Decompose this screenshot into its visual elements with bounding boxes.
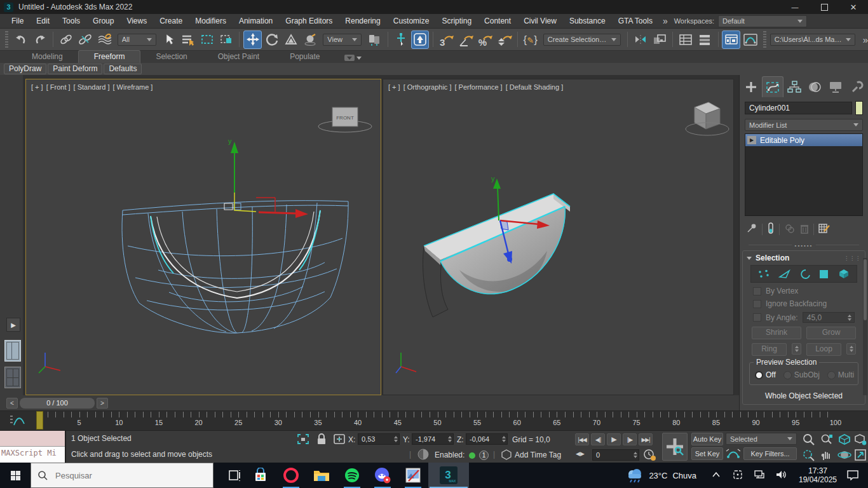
toggle-scene-explorer-button[interactable] (677, 30, 695, 49)
add-time-tag-button[interactable]: Add Time Tag (515, 451, 561, 459)
scrollbar-thumb[interactable] (864, 259, 867, 320)
viewport-front[interactable]: [ + ] [ Front ] [ Standard ] [ Wireframe… (25, 79, 381, 395)
element-mode-button[interactable] (837, 269, 850, 279)
loop-spinner[interactable] (846, 343, 856, 355)
action-center-button[interactable] (846, 469, 859, 482)
select-by-name-button[interactable] (179, 30, 197, 49)
key-default-in-out-dropdown[interactable]: Selected (726, 433, 797, 445)
ribbon-tab-freeform[interactable]: Freeform (78, 50, 141, 63)
toolbar-overflow-icon[interactable]: » (863, 34, 868, 45)
select-and-manipulate-button[interactable] (391, 30, 409, 49)
y-coordinate-field[interactable] (412, 433, 454, 445)
align-button[interactable] (651, 30, 668, 49)
minimize-button[interactable]: — (780, 0, 810, 14)
spinner-icon[interactable] (447, 436, 453, 442)
expand-arrow-icon[interactable]: ▶ (747, 136, 756, 144)
maxscript-mini-listener[interactable]: MAXScript Mi (0, 431, 66, 463)
pan-view-button[interactable] (820, 449, 832, 463)
discord-button[interactable] (367, 463, 398, 488)
layout-preset-current[interactable] (4, 340, 21, 362)
by-vertex-checkbox-row[interactable]: By Vertex (753, 287, 855, 295)
y-coordinate-input[interactable] (412, 435, 447, 443)
z-coordinate-field[interactable] (466, 433, 508, 445)
viewport-menu-renderer[interactable]: [ Performance ] (454, 83, 502, 91)
curve-editor-button[interactable] (742, 30, 759, 49)
menu-group[interactable]: Group (86, 14, 120, 28)
zoom-extents-button[interactable] (837, 433, 851, 448)
spinner-icon[interactable] (846, 315, 853, 321)
tab-display[interactable] (825, 76, 846, 97)
rectangular-selection-region-button[interactable] (198, 30, 216, 49)
new-key-settings-icon[interactable] (726, 448, 741, 462)
next-frame-key-button[interactable]: ||▶ (623, 433, 637, 445)
toggle-ribbon-button[interactable] (722, 30, 740, 49)
menu-rendering[interactable]: Rendering (339, 14, 386, 28)
menu-overflow-icon[interactable]: » (663, 16, 668, 26)
tray-expand-button[interactable] (712, 471, 721, 480)
current-frame-input[interactable] (593, 451, 632, 459)
menu-customize[interactable]: Customize (387, 14, 436, 28)
spinner-icon[interactable] (393, 436, 399, 442)
menu-create[interactable]: Create (153, 14, 189, 28)
maximize-viewport-toggle-button[interactable] (854, 449, 867, 463)
edit-named-selection-sets-button[interactable]: {✎} (522, 30, 539, 49)
viewport-menu-renderer[interactable]: [ Standard ] (74, 83, 110, 91)
search-input[interactable] (54, 470, 207, 481)
viewport-menu-general[interactable]: [ + ] (388, 83, 400, 91)
selection-lock-region-icon[interactable] (297, 433, 309, 447)
spotify-button[interactable] (337, 463, 367, 488)
paint-app-button[interactable] (398, 463, 428, 488)
make-unique-button[interactable] (784, 223, 796, 236)
preview-off-radio[interactable]: Off (755, 370, 776, 379)
use-pivot-point-center-button[interactable] (365, 30, 383, 49)
viewport-menu-shading[interactable]: [ Default Shading ] (506, 83, 564, 91)
polydraw-button[interactable]: PolyDraw (4, 64, 46, 74)
ring-spinner[interactable] (792, 343, 801, 355)
polygon-mode-button[interactable] (819, 269, 829, 279)
network-tray-icon[interactable] (754, 470, 765, 482)
toolbar-drag-handle[interactable] (5, 31, 8, 48)
file-explorer-button[interactable] (306, 463, 337, 488)
window-crossing-toggle-button[interactable] (217, 30, 235, 49)
zoom-button[interactable] (802, 433, 816, 448)
menu-animation[interactable]: Animation (233, 14, 279, 28)
absolute-offset-toggle-button[interactable] (333, 433, 346, 447)
previous-frame-key-button[interactable]: ◀|| (591, 433, 605, 445)
angle-snap-toggle-button[interactable] (456, 30, 474, 49)
maximize-button[interactable] (810, 0, 839, 14)
key-filters-button[interactable]: Key Filters... (743, 447, 797, 460)
ribbon-tab-modeling[interactable]: Modeling (17, 51, 78, 63)
x-coordinate-input[interactable] (358, 435, 393, 443)
mini-curve-editor-button[interactable] (9, 414, 29, 428)
tab-create[interactable] (741, 76, 762, 97)
redo-button[interactable] (31, 30, 49, 49)
ribbon-tab-object-paint[interactable]: Object Paint (203, 51, 275, 63)
named-selection-sets-dropdown[interactable]: Create Selection Se (543, 34, 621, 46)
adaptive-degradation-button[interactable] (417, 449, 430, 463)
object-name-field[interactable] (745, 102, 852, 114)
selection-rollout-header[interactable]: Selection ⋮⋮⋮ (743, 251, 865, 265)
toggle-layer-explorer-button[interactable] (696, 30, 714, 49)
snaps-toggle-button[interactable]: 3 (437, 30, 455, 49)
opera-gx-button[interactable] (276, 463, 306, 488)
viewport-menu-general[interactable]: [ + ] (31, 83, 43, 91)
menu-substance[interactable]: Substance (563, 14, 612, 28)
menu-scripting[interactable]: Scripting (435, 14, 478, 28)
menu-edit[interactable]: Edit (30, 14, 56, 28)
spinner-snap-toggle-button[interactable] (495, 30, 513, 49)
viewport-menu-shading[interactable]: [ Wireframe ] (112, 83, 153, 91)
spinner-icon[interactable] (632, 452, 639, 458)
track-bar[interactable]: 0510152025303540455055606570758085909510… (0, 410, 868, 431)
time-slider-handle[interactable] (36, 411, 43, 430)
select-and-rotate-button[interactable] (263, 30, 281, 49)
tab-utilities[interactable] (846, 76, 867, 97)
viewcube[interactable] (686, 102, 729, 135)
shrink-button[interactable]: Shrink (752, 327, 801, 339)
set-keys-button[interactable] (662, 433, 688, 461)
keyboard-shortcut-override-button[interactable] (411, 30, 429, 49)
ignore-backfacing-checkbox-row[interactable]: Ignore Backfacing (753, 299, 855, 308)
z-coordinate-input[interactable] (466, 435, 501, 443)
reference-coordinate-dropdown[interactable]: View (323, 34, 362, 46)
3ds-max-taskbar-button[interactable]: 3MAX (428, 463, 469, 488)
stack-item-editable-poly[interactable]: ▶ Editable Poly (745, 134, 862, 146)
